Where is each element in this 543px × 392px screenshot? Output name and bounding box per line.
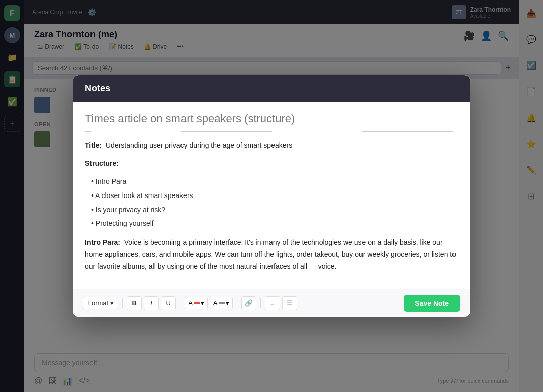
unordered-list-button[interactable]: ☰ (282, 296, 297, 310)
title-value: Uderstanding user privacy during the age… (106, 141, 292, 149)
list-item: Protecting yourself (91, 218, 458, 230)
chevron-down-icon: ▾ (110, 299, 114, 307)
list-item: Intro Para (91, 176, 458, 188)
underline-button[interactable]: U (161, 296, 176, 310)
bullet-list: Intro Para A closer look at smart speake… (85, 176, 458, 230)
chevron-highlight-icon: ▾ (226, 299, 229, 307)
bold-button[interactable]: B (127, 296, 142, 310)
toolbar-divider-3 (237, 298, 237, 308)
modal-body: Title: Uderstanding user privacy during … (73, 102, 470, 288)
highlight-icon: A (213, 299, 218, 307)
text-color-button[interactable]: A ▾ (185, 297, 208, 309)
modal-overlay[interactable]: Notes Title: Uderstanding user privacy d… (0, 0, 543, 392)
structure-line: Structure: (85, 158, 458, 170)
modal-header: Notes (73, 75, 470, 102)
ordered-list-button[interactable]: ≡ (265, 296, 280, 310)
intro-para: Intro Para: Voice is becoming a primary … (85, 237, 458, 272)
format-dropdown[interactable]: Format ▾ (83, 297, 118, 309)
list-item: A closer look at smart speakers (91, 190, 458, 202)
chevron-color-icon: ▾ (201, 299, 204, 307)
structure-label: Structure: (85, 159, 119, 167)
toolbar-divider-4 (260, 298, 261, 308)
italic-button[interactable]: I (144, 296, 159, 310)
note-content: Title: Uderstanding user privacy during … (85, 140, 458, 272)
modal-toolbar: Format ▾ B I U A ▾ A (73, 289, 470, 317)
toolbar-divider-1 (122, 298, 123, 308)
save-note-button[interactable]: Save Note (404, 295, 460, 312)
modal-title: Notes (85, 83, 458, 94)
intro-label: Intro Para: (85, 238, 120, 246)
toolbar-divider-2 (180, 298, 180, 308)
note-title-line: Title: Uderstanding user privacy during … (85, 140, 458, 152)
text-color-icon: A (188, 299, 193, 307)
color-indicator (194, 302, 200, 304)
app-container: F M 📁 📋 ✅ + Arena Corp Invite ⚙️ ZT Zara… (0, 0, 543, 392)
format-label: Format (87, 299, 108, 307)
intro-text: Voice is becoming a primary interface. I… (85, 238, 456, 270)
title-label: Title: (85, 141, 102, 149)
list-item: Is your privacy at risk? (91, 204, 458, 216)
highlight-indicator (219, 302, 225, 304)
notes-modal: Notes Title: Uderstanding user privacy d… (73, 75, 470, 316)
link-button[interactable]: 🔗 (241, 296, 256, 310)
toolbar-left: Format ▾ B I U A ▾ A (83, 296, 297, 310)
highlight-color-button[interactable]: A ▾ (210, 297, 233, 309)
note-divider (85, 131, 458, 132)
note-title-input[interactable] (85, 112, 458, 125)
